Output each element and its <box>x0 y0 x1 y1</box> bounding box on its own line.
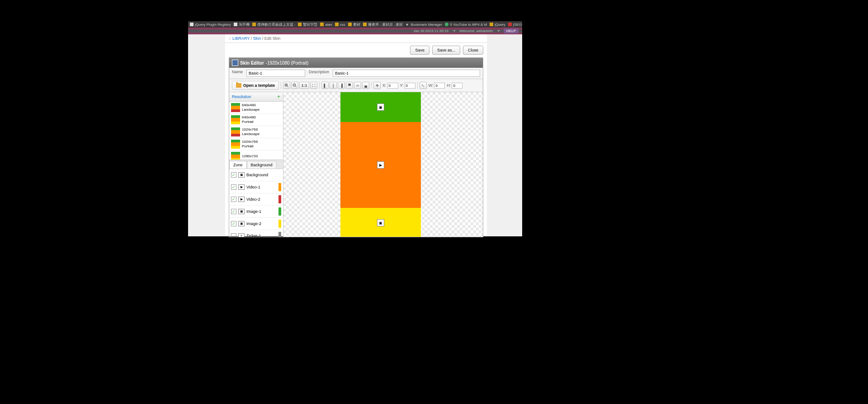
tab-zone[interactable]: Zone <box>229 161 247 169</box>
breadcrumb: ⌂ LIBRARY / Skin / Edit Skin <box>225 34 487 43</box>
bookmark-label: 播書夾 - 巢狀資 ; 巢狀 <box>368 22 403 27</box>
bookmark-label: jQuery Plugin Registry <box>195 23 231 27</box>
zone-name: Video-1 <box>246 185 260 189</box>
bookmark-item[interactable]: jQuery <box>490 23 505 27</box>
home-icon[interactable]: ⌂ <box>229 36 231 41</box>
y-label: Y: <box>400 83 404 88</box>
zone-checkbox[interactable]: ✓ <box>231 221 236 226</box>
bookmark-icon: ★ <box>406 23 409 26</box>
resolution-info: 1280x720 <box>242 154 258 159</box>
position-icon[interactable]: ✥ <box>373 82 381 89</box>
bookmark-item[interactable]: 5 YouTube to MP4 & M <box>445 23 487 27</box>
saveas-button[interactable]: Save as... <box>432 46 460 55</box>
bookmark-label: alan <box>325 23 332 27</box>
zoom-in-icon[interactable] <box>283 82 290 89</box>
x-input[interactable] <box>387 83 398 89</box>
toolbar: Open a template 1:1 ⛶ ▌ ║ ▐ ▀ ═ ▄ ✥ X: Y… <box>229 79 483 92</box>
bookmark-item[interactable]: jQuery Plugin Registry <box>190 23 231 27</box>
zone-checkbox[interactable]: ✓ <box>231 197 236 202</box>
skin-zone[interactable]: ▶ <box>340 122 421 208</box>
zone-type-icon: ▶ <box>238 184 245 190</box>
name-input[interactable] <box>246 70 305 77</box>
align-middle-icon[interactable]: ═ <box>354 82 361 89</box>
zone-color-swatch <box>278 220 281 228</box>
zone-item[interactable]: ✓▣Image-2 <box>229 218 283 230</box>
bookmark-item[interactable]: 素材 <box>348 22 360 27</box>
align-center-icon[interactable]: ║ <box>330 82 337 89</box>
bookmark-icon <box>335 23 339 26</box>
description-input[interactable] <box>333 70 480 77</box>
resolution-thumb <box>231 127 240 136</box>
bookmark-item[interactable]: css <box>335 23 345 27</box>
action-buttons: Save Save as... Close <box>225 43 487 57</box>
zone-color-swatch <box>278 232 281 237</box>
skin-zone[interactable]: ▣ <box>340 208 421 237</box>
open-template-button[interactable]: Open a template <box>232 81 279 90</box>
save-button[interactable]: Save <box>410 46 429 55</box>
zone-center-icon: ▶ <box>377 161 384 169</box>
caret-icon[interactable] <box>453 30 456 32</box>
folder-icon <box>236 83 241 88</box>
bookmark-item[interactable]: 繁转字型 <box>298 22 317 27</box>
align-right-icon[interactable]: ▐ <box>338 82 345 89</box>
h-input[interactable] <box>452 83 462 89</box>
skin-editor-icon <box>232 60 238 66</box>
bookmark-icon <box>298 23 302 26</box>
zoom-out-icon[interactable] <box>291 82 298 89</box>
editor-header: Skin Editor -1920x1080 (Portrait) <box>229 58 483 68</box>
topbar: Jan 30 2019 11:35:19 Welcome, webadmin H… <box>188 28 522 34</box>
tab-background[interactable]: Background <box>247 161 277 169</box>
y-input[interactable] <box>405 83 415 89</box>
zoom-100-button[interactable]: 1:1 <box>299 82 309 89</box>
skin-preview[interactable]: ▣▶▣ <box>340 92 421 237</box>
zone-list: ✓▣Background✓▶Video-1✓▶Video-2✓▣Image-1✓… <box>229 169 283 237</box>
resolution-item[interactable]: 1024x768Landscape <box>229 126 283 138</box>
zone-name: Ticker-1 <box>246 234 261 237</box>
breadcrumb-library[interactable]: LIBRARY <box>232 36 250 41</box>
bookmark-item[interactable]: ★Bookmark Manager <box>406 23 442 27</box>
zone-checkbox[interactable]: ✓ <box>231 209 236 214</box>
separator <box>281 82 281 89</box>
svg-line-5 <box>295 86 297 87</box>
canvas-area[interactable]: ▣▶▣ <box>283 92 483 237</box>
align-top-icon[interactable]: ▀ <box>346 82 353 89</box>
size-icon[interactable]: ⤡ <box>420 82 427 89</box>
resolution-item[interactable]: 1280x720 <box>229 150 283 160</box>
resolution-list[interactable]: 640x480Landscape640x480Portrait1024x768L… <box>229 102 283 160</box>
bookmark-item[interactable]: 淘手機 <box>234 22 250 27</box>
bookmark-item[interactable]: alan <box>320 23 332 27</box>
w-input[interactable] <box>434 83 445 89</box>
bookmark-item[interactable]: [SEO技巧]移除網頁具如何 <box>508 22 522 27</box>
zone-item[interactable]: ✓▣Background <box>229 169 283 181</box>
zone-item[interactable]: ✓▣Image-1 <box>229 206 283 218</box>
resolution-item[interactable]: 640x480Portrait <box>229 114 283 126</box>
help-button[interactable]: HELP <box>504 28 519 33</box>
content-area: ⌂ LIBRARY / Skin / Edit Skin Save Save a… <box>225 34 487 236</box>
zone-type-icon: T <box>238 233 245 237</box>
zone-checkbox[interactable]: ✓ <box>231 172 236 178</box>
zone-item[interactable]: ✓TTicker-1 <box>229 230 283 237</box>
x-label: X: <box>382 83 387 88</box>
zone-center-icon: ▣ <box>377 219 384 226</box>
h-label: H: <box>447 83 451 88</box>
bookmark-icon <box>445 23 448 26</box>
zone-item[interactable]: ✓▶Video-1 <box>229 181 283 193</box>
fit-screen-icon[interactable]: ⛶ <box>310 82 317 89</box>
bookmark-item[interactable]: 傑傳數位看板線上支援 - <box>252 22 296 27</box>
bookmark-item[interactable]: 播書夾 - 巢狀資 ; 巢狀 <box>363 22 403 27</box>
zone-item[interactable]: ✓▶Video-2 <box>229 193 283 206</box>
align-left-icon[interactable]: ▌ <box>321 82 329 89</box>
close-button[interactable]: Close <box>463 46 483 55</box>
breadcrumb-skin[interactable]: Skin <box>253 36 261 41</box>
resolution-item[interactable]: 640x480Landscape <box>229 102 283 114</box>
resolution-item[interactable]: 1024x768Portrait <box>229 138 283 150</box>
bookmark-icon <box>508 23 512 26</box>
skin-zone[interactable]: ▣ <box>340 92 421 122</box>
add-resolution-button[interactable]: + <box>277 94 280 100</box>
align-bottom-icon[interactable]: ▄ <box>362 82 369 89</box>
resolution-info: 640x480Landscape <box>242 103 259 112</box>
caret-icon[interactable] <box>497 30 500 32</box>
breadcrumb-current: Edit Skin <box>264 36 281 41</box>
zone-checkbox[interactable]: ✓ <box>231 184 236 190</box>
zone-checkbox[interactable]: ✓ <box>231 233 236 237</box>
